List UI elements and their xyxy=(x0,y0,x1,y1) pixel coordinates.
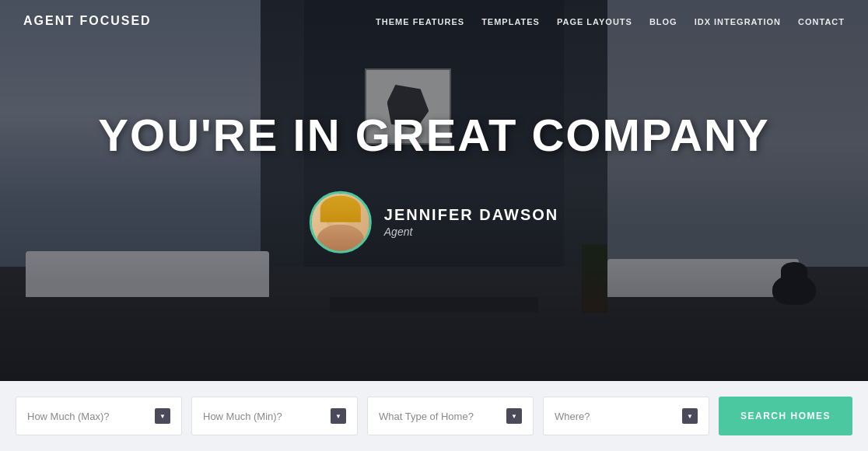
nav-item-idx[interactable]: IDX INTEGRATION xyxy=(695,14,781,28)
nav-item-templates[interactable]: TEMPLATES xyxy=(481,14,540,28)
nav-links: THEME FEATURES TEMPLATES PAGE LAYOUTS BL… xyxy=(376,14,845,28)
nav-link-templates[interactable]: TEMPLATES xyxy=(481,17,540,26)
hero-headline: YOU'RE IN GREAT COMPANY xyxy=(44,110,824,160)
max-price-arrow-icon xyxy=(155,408,170,424)
nav-item-contact[interactable]: CONTACT xyxy=(798,14,845,28)
page-wrapper: AGENT FOCUSED THEME FEATURES TEMPLATES P… xyxy=(0,0,868,451)
avatar xyxy=(310,191,372,253)
nav-link-idx[interactable]: IDX INTEGRATION xyxy=(695,17,781,26)
nav-link-blog[interactable]: BLOG xyxy=(649,17,677,26)
home-type-arrow-icon xyxy=(506,408,522,424)
location-arrow-icon xyxy=(682,408,698,424)
max-price-dropdown[interactable]: How Much (Max)? xyxy=(16,397,182,435)
location-label: Where? xyxy=(555,411,590,422)
nav-link-page-layouts[interactable]: PAGE LAYOUTS xyxy=(557,17,632,26)
search-bar: How Much (Max)? How Much (Min)? What Typ… xyxy=(0,381,868,451)
agent-info: JENNIFER DAWSON Agent xyxy=(384,206,558,238)
search-homes-button[interactable]: SEARCH HOMES xyxy=(719,397,852,435)
agent-card: JENNIFER DAWSON Agent xyxy=(310,191,558,253)
agent-name: JENNIFER DAWSON xyxy=(384,206,558,224)
hero-content: YOU'RE IN GREAT COMPANY JENNIFER DAWSON … xyxy=(44,110,824,257)
hero-section: AGENT FOCUSED THEME FEATURES TEMPLATES P… xyxy=(0,0,868,381)
min-price-dropdown[interactable]: How Much (Min)? xyxy=(191,397,358,435)
min-price-arrow-icon xyxy=(331,408,346,424)
max-price-label: How Much (Max)? xyxy=(27,411,109,422)
min-price-label: How Much (Min)? xyxy=(203,411,282,422)
brand-logo[interactable]: AGENT FOCUSED xyxy=(23,14,152,28)
avatar-hair xyxy=(320,196,361,222)
nav-link-contact[interactable]: CONTACT xyxy=(798,17,845,26)
home-type-dropdown[interactable]: What Type of Home? xyxy=(367,397,534,435)
home-type-label: What Type of Home? xyxy=(379,411,474,422)
location-dropdown[interactable]: Where? xyxy=(543,397,709,435)
navigation: AGENT FOCUSED THEME FEATURES TEMPLATES P… xyxy=(0,0,868,42)
nav-item-page-layouts[interactable]: PAGE LAYOUTS xyxy=(557,14,632,28)
nav-item-theme-features[interactable]: THEME FEATURES xyxy=(376,14,464,28)
nav-item-blog[interactable]: BLOG xyxy=(649,14,677,28)
agent-title: Agent xyxy=(384,226,558,238)
nav-link-theme-features[interactable]: THEME FEATURES xyxy=(376,17,464,26)
